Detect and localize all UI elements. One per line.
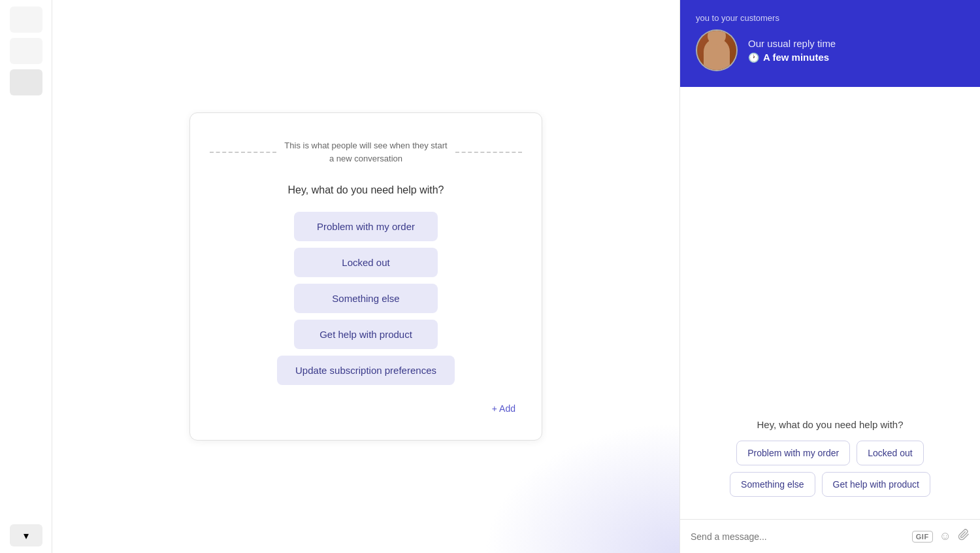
attach-button[interactable] (958, 529, 970, 544)
sidebar-dropdown[interactable]: ▾ (10, 524, 42, 546)
chat-panel: you to your customers Our usual reply ti… (679, 0, 980, 553)
chat-header: you to your customers Our usual reply ti… (680, 0, 980, 87)
gif-button[interactable]: GIF (912, 531, 933, 543)
reply-time-value: 🕐 A few minutes (748, 52, 836, 63)
option-btn-2[interactable]: Something else (294, 284, 438, 313)
add-button[interactable]: + Add (492, 403, 515, 414)
sidebar-item-1[interactable] (10, 7, 42, 33)
chat-option-btn-3[interactable]: Get help with product (822, 472, 930, 497)
dashed-line-left (210, 152, 276, 153)
sidebar: ▾ (0, 0, 52, 553)
reply-time-text: A few minutes (763, 52, 829, 63)
chat-header-banner: you to your customers (696, 13, 964, 23)
chat-body-question: Hey, what do you need help with? (693, 419, 967, 430)
sidebar-item-3[interactable] (10, 69, 42, 95)
reply-time-info: Our usual reply time 🕐 A few minutes (748, 38, 836, 63)
avatar-silhouette (704, 39, 730, 70)
chat-option-btn-1[interactable]: Locked out (857, 441, 924, 465)
chat-toolbar: GIF ☺ (912, 529, 970, 544)
option-btn-0[interactable]: Problem with my order (294, 212, 438, 241)
chat-input-area: GIF ☺ (680, 519, 980, 553)
reply-time-label: Our usual reply time (748, 38, 836, 49)
chevron-down-icon: ▾ (24, 529, 29, 542)
bg-decoration (483, 422, 679, 553)
agent-avatar-inner (697, 31, 736, 70)
preview-divider-area: This is what people will see when they s… (210, 139, 522, 165)
divider-text: This is what people will see when they s… (284, 139, 448, 165)
option-btn-4[interactable]: Update subscription preferences (277, 356, 455, 385)
help-question: Hey, what do you need help with? (210, 184, 522, 196)
chat-body: Hey, what do you need help with? Problem… (680, 87, 980, 519)
option-btn-3[interactable]: Get help with product (294, 320, 438, 349)
clock-icon: 🕐 (748, 52, 759, 63)
option-btn-1[interactable]: Locked out (294, 248, 438, 277)
dashed-line-right (455, 152, 522, 153)
preview-panel: This is what people will see when they s… (52, 0, 679, 553)
options-list: Problem with my order Locked out Somethi… (210, 212, 522, 385)
preview-card: This is what people will see when they s… (189, 112, 542, 441)
chat-header-bottom: Our usual reply time 🕐 A few minutes (696, 29, 964, 71)
chat-option-btn-2[interactable]: Something else (730, 472, 815, 497)
main-content: This is what people will see when they s… (52, 0, 679, 553)
emoji-button[interactable]: ☺ (939, 529, 951, 543)
chat-options: Problem with my order Locked out Somethi… (693, 441, 967, 497)
chat-option-btn-0[interactable]: Problem with my order (736, 441, 850, 465)
chat-message-input[interactable] (691, 531, 904, 542)
agent-avatar (696, 29, 738, 71)
sidebar-item-2[interactable] (10, 38, 42, 64)
